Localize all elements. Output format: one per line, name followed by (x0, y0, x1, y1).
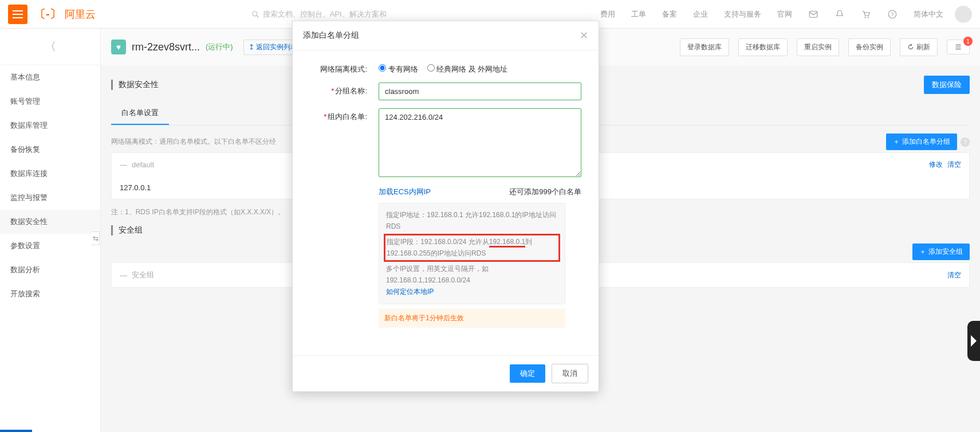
locate-ip-link[interactable]: 如何定位本地IP (386, 288, 434, 296)
modal-header: 添加白名单分组 ✕ (293, 21, 599, 50)
data-insurance-button[interactable]: 数据保险 (924, 76, 970, 94)
svg-text:?: ? (891, 11, 894, 17)
panel-default-name: default (132, 160, 154, 169)
svg-rect-2 (809, 11, 817, 17)
nav-monitor[interactable]: 监控与报警 (0, 186, 100, 210)
list-icon (954, 44, 962, 50)
side-floating-tab[interactable] (967, 321, 980, 361)
security-group-title: 安全组 (111, 225, 143, 235)
ip-help-box: 指定IP地址：192.168.0.1 允许192.168.0.1的IP地址访问R… (379, 203, 565, 304)
list-toggle-button[interactable]: 1 (947, 40, 970, 54)
isolation-label: 网络隔离模式: (310, 61, 379, 74)
top-link-ticket[interactable]: 工单 (627, 9, 651, 19)
logo-bracket-icon: 〔-〕 (34, 6, 61, 22)
left-sidebar: 〈 基本信息 账号管理 数据库管理 备份恢复 数据库连接 监控与报警 数据安全性… (0, 29, 101, 432)
collapse-icon: — (120, 160, 127, 169)
mode-note-text: 网络隔离模式：通用白名单模式。以下白名单不区分经 (111, 137, 276, 147)
login-db-button[interactable]: 登录数据库 (680, 38, 729, 56)
top-link-support[interactable]: 支持与服务 (719, 9, 766, 19)
collapse-icon: — (120, 271, 127, 280)
tab-whitelist[interactable]: 白名单设置 (111, 102, 169, 125)
remaining-count: 还可添加999个白名单 (509, 187, 581, 197)
add-security-group-button[interactable]: ＋添加安全组 (912, 244, 970, 260)
svg-point-3 (864, 17, 865, 18)
svg-point-0 (252, 11, 257, 15)
sidebar-collapse-handle[interactable]: ⇆ (92, 231, 100, 245)
top-link-beian[interactable]: 备案 (658, 9, 682, 19)
highlighted-segment-help: 指定IP段：192.168.0.0/24 允许从192.168.0.1到192.… (384, 234, 560, 262)
modal-footer: 确定 取消 (293, 355, 599, 391)
radio-classic[interactable]: 经典网络 及 外网地址 (427, 64, 508, 74)
sg-panel-actions: 清空 (947, 270, 961, 280)
help-icon[interactable]: ? (887, 9, 898, 19)
load-ecs-link[interactable]: 加载ECS内网IP (379, 187, 431, 197)
whitelist-label: 组内白名单: (310, 108, 379, 122)
bell-icon[interactable] (835, 9, 845, 19)
refresh-button[interactable]: 刷新 (900, 38, 938, 56)
help-icon[interactable]: ? (961, 138, 970, 147)
radio-vpc[interactable]: 专有网络 (379, 64, 418, 74)
instance-name: rm-2zev8svrt... (132, 41, 200, 53)
modal-title: 添加白名单分组 (303, 30, 359, 41)
message-icon[interactable] (808, 9, 818, 19)
help-multi-line: 多个IP设置，用英文逗号隔开，如192.168.0.1,192.168.0.0/… (386, 263, 558, 286)
sg-clear-link[interactable]: 清空 (947, 270, 961, 280)
group-name-label: 分组名称: (310, 83, 379, 96)
nav-security[interactable]: 数据安全性 (0, 210, 100, 234)
hamburger-icon (13, 10, 23, 18)
add-whitelist-modal: 添加白名单分组 ✕ 网络隔离模式: 专有网络 经典网络 及 外网地址 分组名称:… (292, 21, 599, 392)
search-icon (251, 10, 259, 18)
nav-connection[interactable]: 数据库连接 (0, 162, 100, 186)
nav-account[interactable]: 账号管理 (0, 89, 100, 113)
sg-panel-name: 安全组 (132, 270, 154, 280)
migrate-db-button[interactable]: 迁移数据库 (738, 38, 788, 56)
brand-logo[interactable]: 〔-〕 阿里云 (34, 6, 96, 22)
global-search[interactable]: 搜索文档、控制台、API、解决方案和 (251, 9, 400, 19)
nav-database[interactable]: 数据库管理 (0, 113, 100, 138)
group-name-input[interactable] (379, 83, 581, 100)
nav-backup[interactable]: 备份恢复 (0, 138, 100, 162)
whitelist-textarea[interactable] (379, 108, 581, 177)
back-chevron[interactable]: 〈 (0, 29, 100, 65)
cancel-button[interactable]: 取消 (552, 364, 588, 383)
nav-analysis[interactable]: 数据分析 (0, 258, 100, 282)
notification-badge: 1 (963, 37, 973, 46)
add-whitelist-group-button[interactable]: ＋添加白名单分组 (886, 133, 957, 150)
ok-button[interactable]: 确定 (510, 364, 545, 383)
refresh-icon (907, 44, 914, 50)
top-link-site[interactable]: 官网 (773, 9, 797, 19)
modal-close-button[interactable]: ✕ (580, 29, 588, 42)
top-link-enterprise[interactable]: 企业 (688, 9, 713, 19)
backup-button[interactable]: 备份实例 (848, 38, 891, 56)
svg-line-1 (256, 15, 258, 17)
nav-opensearch[interactable]: 开放搜索 (0, 282, 100, 306)
user-avatar[interactable] (955, 6, 972, 23)
clear-link[interactable]: 清空 (947, 160, 961, 170)
page-progress-bar (0, 430, 32, 432)
help-ip-line: 指定IP地址：192.168.0.1 允许192.168.0.1的IP地址访问R… (386, 209, 558, 233)
search-placeholder: 搜索文档、控制台、API、解决方案和 (263, 9, 387, 19)
db-badge-icon: ♥ (111, 40, 126, 54)
edit-link[interactable]: 修改 (929, 160, 943, 170)
nav-params[interactable]: 参数设置 (0, 234, 100, 258)
svg-point-4 (868, 17, 869, 18)
cart-icon[interactable] (861, 9, 871, 19)
brand-text: 阿里云 (65, 7, 96, 21)
effective-warning: 新白名单将于1分钟后生效 (379, 309, 565, 328)
instance-status: (运行中) (206, 42, 233, 52)
panel-default-actions: 修改 清空 (929, 160, 961, 170)
section-title: 数据安全性 (111, 80, 159, 90)
restart-button[interactable]: 重启实例 (797, 38, 839, 56)
isolation-radios: 专有网络 经典网络 及 外网地址 (379, 61, 581, 74)
lang-selector[interactable]: 简体中文 (909, 9, 948, 19)
whitelist-sublinks: 加载ECS内网IP 还可添加999个白名单 (379, 187, 581, 197)
top-link-fee[interactable]: 费用 (596, 9, 620, 19)
nav-basic-info[interactable]: 基本信息 (0, 65, 100, 89)
menu-button[interactable] (8, 5, 27, 24)
